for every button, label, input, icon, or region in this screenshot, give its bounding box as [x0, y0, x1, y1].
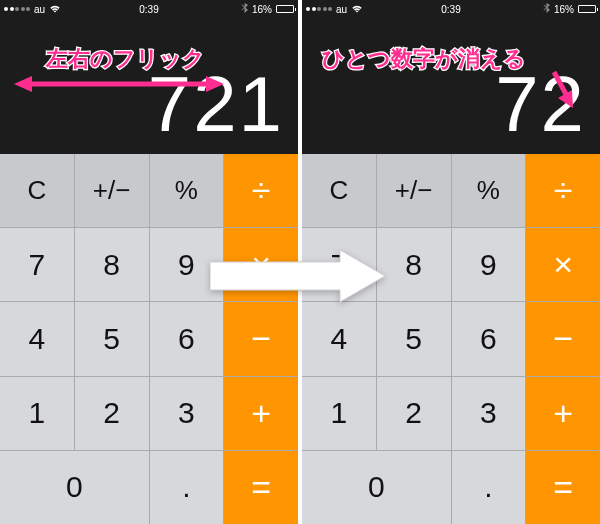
keypad: C +/− % ÷ 7 8 9 × 4 5 6 − 1 2 3 + 0 . = — [0, 154, 298, 524]
calc-display[interactable]: ひとつ数字が消える 72 — [302, 18, 600, 154]
digit-4-button[interactable]: 4 — [302, 302, 376, 375]
svg-marker-2 — [206, 76, 224, 92]
carrier-label: au — [336, 4, 347, 15]
equals-button[interactable]: = — [224, 451, 298, 524]
svg-marker-5 — [210, 250, 385, 302]
equals-button[interactable]: = — [526, 451, 600, 524]
digit-2-button[interactable]: 2 — [377, 377, 451, 450]
digit-9-button[interactable]: 9 — [452, 228, 526, 301]
sign-button[interactable]: +/− — [377, 154, 451, 227]
minus-button[interactable]: − — [526, 302, 600, 375]
digit-1-button[interactable]: 1 — [302, 377, 376, 450]
annotation-flick: 左右のフリック — [46, 44, 205, 74]
digit-4-button[interactable]: 4 — [0, 302, 74, 375]
digit-0-button[interactable]: 0 — [302, 451, 451, 524]
svg-marker-1 — [14, 76, 32, 92]
digit-3-button[interactable]: 3 — [452, 377, 526, 450]
calc-display[interactable]: 左右のフリック 721 — [0, 18, 298, 154]
digit-5-button[interactable]: 5 — [75, 302, 149, 375]
flick-arrow-icon — [14, 74, 224, 94]
digit-2-button[interactable]: 2 — [75, 377, 149, 450]
signal-dots-icon — [306, 7, 332, 11]
digit-0-button[interactable]: 0 — [0, 451, 149, 524]
wifi-icon — [49, 4, 61, 15]
digit-6-button[interactable]: 6 — [452, 302, 526, 375]
battery-icon — [578, 5, 596, 13]
divide-button[interactable]: ÷ — [526, 154, 600, 227]
clock: 0:39 — [139, 4, 158, 15]
digit-8-button[interactable]: 8 — [75, 228, 149, 301]
keypad: C +/− % ÷ 7 8 9 × 4 5 6 − 1 2 3 + 0 . = — [302, 154, 600, 524]
decimal-button[interactable]: . — [150, 451, 224, 524]
annotation-delete: ひとつ数字が消える — [322, 44, 526, 74]
clear-button[interactable]: C — [302, 154, 376, 227]
battery-pct: 16% — [252, 4, 272, 15]
digit-7-button[interactable]: 7 — [0, 228, 74, 301]
digit-3-button[interactable]: 3 — [150, 377, 224, 450]
clock: 0:39 — [441, 4, 460, 15]
digit-1-button[interactable]: 1 — [0, 377, 74, 450]
clear-button[interactable]: C — [0, 154, 74, 227]
minus-button[interactable]: − — [224, 302, 298, 375]
status-bar: au 0:39 16% — [302, 0, 600, 18]
plus-button[interactable]: + — [526, 377, 600, 450]
digit-5-button[interactable]: 5 — [377, 302, 451, 375]
divide-button[interactable]: ÷ — [224, 154, 298, 227]
transition-arrow-icon — [210, 250, 385, 302]
battery-pct: 16% — [554, 4, 574, 15]
decimal-button[interactable]: . — [452, 451, 526, 524]
sign-button[interactable]: +/− — [75, 154, 149, 227]
wifi-icon — [351, 4, 363, 15]
digit-6-button[interactable]: 6 — [150, 302, 224, 375]
percent-button[interactable]: % — [452, 154, 526, 227]
delete-arrow-icon — [548, 68, 578, 108]
carrier-label: au — [34, 4, 45, 15]
percent-button[interactable]: % — [150, 154, 224, 227]
plus-button[interactable]: + — [224, 377, 298, 450]
bluetooth-icon — [241, 3, 248, 15]
battery-icon — [276, 5, 294, 13]
signal-dots-icon — [4, 7, 30, 11]
bluetooth-icon — [543, 3, 550, 15]
digit-8-button[interactable]: 8 — [377, 228, 451, 301]
multiply-button[interactable]: × — [526, 228, 600, 301]
status-bar: au 0:39 16% — [0, 0, 298, 18]
